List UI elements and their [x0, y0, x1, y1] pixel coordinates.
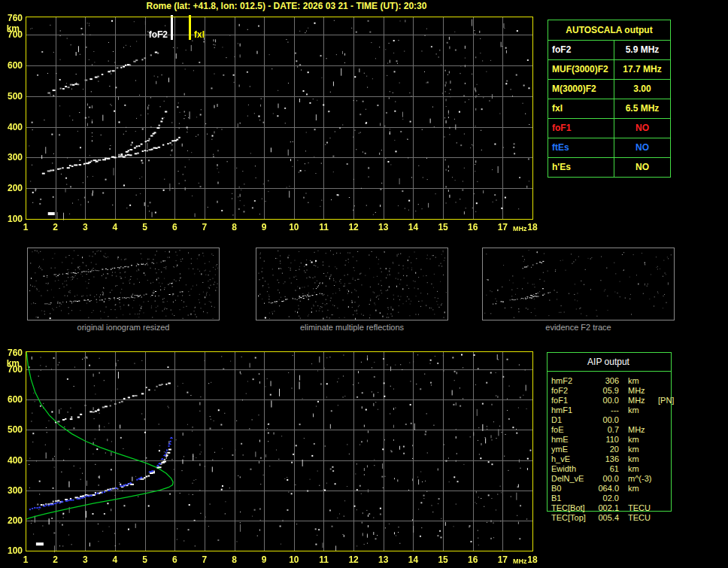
aip-unit: km: [628, 376, 657, 386]
aip-value: 00.0: [595, 415, 619, 425]
aip-row-DelN_vE: DelN_vE00.0m^(-3): [547, 474, 694, 484]
aip-unit: km: [628, 454, 657, 464]
aip-row-TEC[Bot]: TEC[Bot]002.1TECU: [547, 503, 694, 513]
aip-row-B1: B102.0: [547, 494, 694, 503]
aip-unit: km: [628, 445, 657, 454]
thumbnail-caption-original: original ionogram resized: [27, 323, 220, 332]
autoscala-row-label: M(3000)F2: [548, 80, 614, 99]
aip-unit: [628, 415, 657, 425]
aip-row-hmE: hmE110km: [547, 435, 694, 445]
thumbnail-caption-reflections: eliminate multiple reflections: [256, 323, 448, 332]
thumbnail-f2-trace-evidence: [482, 248, 675, 320]
aip-row-TEC[Top]: TEC[Top]005.4TECU: [547, 513, 694, 523]
aip-unit: MHz: [628, 396, 657, 405]
autoscala-row-foF1: foF1NO: [548, 118, 670, 138]
aip-value: 05.9: [595, 386, 619, 396]
aip-header-divider: [547, 371, 672, 372]
autoscala-row-value: NO: [614, 119, 670, 138]
aip-label: TEC[Bot]: [547, 503, 595, 513]
aip-label: foF1: [547, 396, 595, 405]
aip-row-foF1: foF100.0MHz[PN]: [547, 396, 694, 405]
aip-label: h_vE: [547, 454, 595, 464]
thumbnail-original-ionogram: [27, 248, 220, 320]
aip-rows: hmF2306kmfoF205.9MHzfoF100.0MHz[PN]hmF1-…: [547, 376, 694, 523]
aip-label: foF2: [547, 386, 595, 396]
aip-output-panel: AIP output hmF2306kmfoF205.9MHzfoF100.0M…: [545, 349, 696, 537]
aip-row-D1: D100.0: [547, 415, 694, 425]
aip-row-ymE: ymE20km: [547, 445, 694, 454]
aip-unit: km: [628, 405, 657, 415]
aip-label: D1: [547, 415, 595, 425]
aip-label: Ewidth: [547, 464, 595, 474]
aip-label: hmF2: [547, 376, 595, 386]
autoscala-row-MUF(3000)F2: MUF(3000)F217.7 MHz: [548, 59, 670, 79]
aip-label: DelN_vE: [547, 474, 595, 484]
aip-row-h_vE: h_vE136km: [547, 454, 694, 464]
aip-unit: km: [628, 484, 657, 494]
aip-value: 002.1: [595, 503, 619, 513]
top-ionogram-plot: [0, 11, 544, 236]
aip-value: 136: [595, 454, 619, 464]
aip-unit: MHz: [628, 425, 657, 435]
aip-row-B0: B0064.0km: [547, 484, 694, 494]
aip-value: 110: [595, 435, 619, 445]
autoscala-row-value: 3.00: [614, 80, 670, 99]
aip-note: [PN]: [658, 396, 674, 405]
bottom-profile-plot: [0, 345, 544, 568]
aip-value: 005.4: [595, 513, 619, 523]
autoscala-row-value: 6.5 MHz: [614, 99, 670, 118]
autoscala-row-value: NO: [614, 138, 670, 157]
autoscala-row-label: foF1: [548, 119, 614, 138]
aip-row-foE: foE0.7MHz: [547, 425, 694, 435]
aip-row-Ewidth: Ewidth61km: [547, 464, 694, 474]
aip-value: 02.0: [595, 494, 619, 503]
aip-value: 0.7: [595, 425, 619, 435]
aip-unit: [628, 494, 657, 503]
autoscala-row-value: 5.9 MHz: [614, 41, 670, 59]
thumbnail-multiple-reflections-removed: [256, 248, 448, 320]
autoscala-row-label: fxI: [548, 99, 614, 118]
thumbnail-caption-f2trace: evidence F2 trace: [482, 323, 675, 332]
aip-value: 00.0: [595, 474, 619, 484]
aip-unit: TECU: [628, 513, 657, 523]
aip-label: ymE: [547, 445, 595, 454]
aip-unit: MHz: [628, 386, 657, 396]
aip-label: hmF1: [547, 405, 595, 415]
aip-panel-header: AIP output: [547, 357, 670, 367]
aip-label: foE: [547, 425, 595, 435]
autoscala-row-label: h'Es: [548, 158, 614, 177]
autoscala-output-screen: Rome (lat: +41.8, lon: 012.5) - DATE: 20…: [0, 0, 728, 568]
aip-label: hmE: [547, 435, 595, 445]
aip-unit: km: [628, 464, 657, 474]
autoscala-table-header: AUTOSCALA output: [548, 20, 670, 40]
aip-label: TEC[Top]: [547, 513, 595, 523]
aip-unit: km: [628, 435, 657, 445]
autoscala-row-label: MUF(3000)F2: [548, 60, 614, 79]
aip-value: ---: [595, 405, 619, 415]
autoscala-row-label: ftEs: [548, 138, 614, 157]
autoscala-row-h'Es: h'EsNO: [548, 157, 670, 177]
autoscala-row-label: foF2: [548, 41, 614, 59]
aip-value: 306: [595, 376, 619, 386]
autoscala-row-value: 17.7 MHz: [614, 60, 670, 79]
aip-unit: TECU: [628, 503, 657, 513]
aip-value: 20: [595, 445, 619, 454]
aip-row-foF2: foF205.9MHz: [547, 386, 694, 396]
autoscala-row-foF2: foF25.9 MHz: [548, 40, 670, 59]
aip-value: 00.0: [595, 396, 619, 405]
station-date-title: Rome (lat: +41.8, lon: 012.5) - DATE: 20…: [0, 1, 573, 11]
autoscala-row-ftEs: ftEsNO: [548, 138, 670, 157]
aip-label: B0: [547, 484, 595, 494]
autoscala-row-M(3000)F2: M(3000)F23.00: [548, 79, 670, 99]
aip-unit: m^(-3): [628, 474, 657, 484]
autoscala-output-table: AUTOSCALA output foF25.9 MHzMUF(3000)F21…: [548, 20, 671, 178]
autoscala-row-value: NO: [614, 158, 670, 177]
aip-row-hmF2: hmF2306km: [547, 376, 694, 386]
autoscala-row-fxI: fxI6.5 MHz: [548, 99, 670, 118]
aip-value: 61: [595, 464, 619, 474]
aip-label: B1: [547, 494, 595, 503]
aip-row-hmF1: hmF1---km: [547, 405, 694, 415]
autoscala-rows: foF25.9 MHzMUF(3000)F217.7 MHzM(3000)F23…: [548, 40, 670, 177]
aip-value: 064.0: [595, 484, 619, 494]
